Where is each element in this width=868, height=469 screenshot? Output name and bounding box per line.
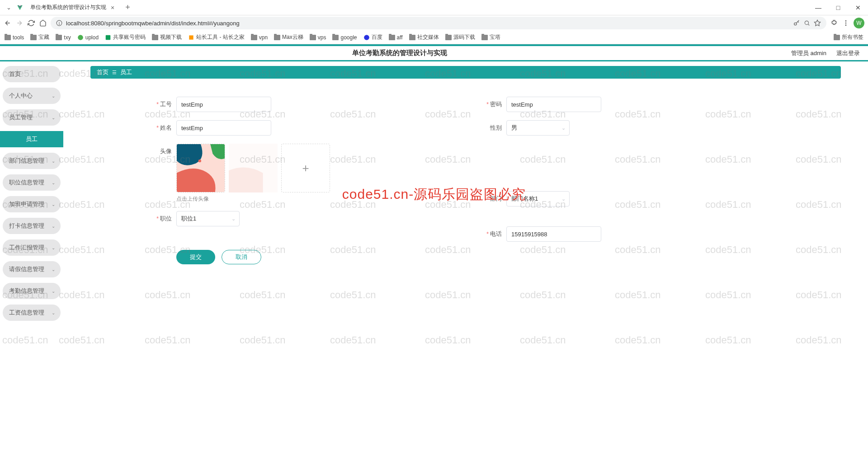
bookmark-item[interactable]: vps (310, 34, 326, 41)
bookmark-item[interactable]: 站长工具 - 站长之家 (188, 33, 245, 41)
avatar-ghost (229, 144, 278, 192)
bookmark-item[interactable]: vpn (251, 34, 268, 41)
reload-icon[interactable] (27, 19, 35, 27)
password-key-icon[interactable] (793, 19, 800, 27)
avatar-tip: 点击上传头像 (176, 195, 330, 203)
bookmark-item[interactable]: uplod (77, 34, 99, 41)
sidebar-item-home[interactable]: 首页 (3, 66, 61, 82)
profile-avatar[interactable]: W (854, 18, 864, 28)
plus-icon: + (302, 161, 309, 175)
home-icon[interactable] (39, 19, 47, 27)
bookmarks-bar: tools 宝藏 txy uplod 共享账号密码 视频下载 站长工具 - 站长… (0, 31, 868, 44)
sidebar-item-workreport[interactable]: 工作汇报管理⌄ (3, 239, 61, 256)
folder-icon (152, 35, 158, 40)
bookmark-item[interactable]: 视频下载 (152, 33, 182, 41)
extensions-icon[interactable] (830, 19, 838, 27)
avatar-thumbnail[interactable] (176, 144, 225, 192)
label-mima: *密码 (466, 97, 506, 108)
uplod-icon (77, 34, 84, 41)
sidebar-item-salary[interactable]: 工资信息管理⌄ (3, 305, 61, 321)
bookmark-star-icon[interactable] (814, 19, 821, 27)
bookmark-item[interactable]: Max云梯 (274, 33, 303, 41)
svg-rect-10 (189, 35, 193, 39)
folder-icon (30, 35, 37, 40)
logout-link[interactable]: 退出登录 (836, 49, 860, 57)
folder-icon (56, 35, 62, 40)
sidebar-item-personal[interactable]: 个人中心⌄ (3, 88, 61, 104)
bookmark-item[interactable]: 源码下载 (445, 33, 475, 41)
submit-button[interactable]: 提交 (176, 250, 215, 264)
input-xingming[interactable] (176, 120, 271, 136)
admin-label[interactable]: 管理员 admin (791, 49, 826, 57)
sidebar-item-dept[interactable]: 部门信息管理⌄ (3, 153, 61, 169)
input-mima[interactable] (506, 97, 601, 112)
label-zhiwei: *职位 (136, 211, 176, 223)
baidu-icon (363, 34, 370, 41)
all-bookmarks[interactable]: 所有书签 (834, 33, 863, 41)
bookmark-item[interactable]: 百度 (363, 33, 382, 41)
new-tab-button[interactable]: + (123, 3, 133, 12)
label-touxiang: 头像 (136, 144, 176, 155)
folder-icon (251, 35, 257, 40)
cancel-button[interactable]: 取消 (222, 250, 261, 264)
chevron-down-icon: ⌄ (561, 125, 566, 131)
address-bar: localhost:8080/springbootmqwbe/admin/dis… (0, 15, 868, 31)
back-icon[interactable] (4, 19, 12, 27)
bookmark-item[interactable]: google (332, 34, 357, 41)
svg-point-5 (845, 20, 847, 22)
chevron-down-icon: ⌄ (52, 180, 55, 185)
menu-icon[interactable] (842, 19, 850, 27)
employee-form: *工号 *密码 *姓名 性别 男⌄ (90, 79, 841, 273)
sidebar-item-position[interactable]: 职位信息管理⌄ (3, 174, 61, 191)
select-xingbie[interactable]: 男⌄ (506, 120, 570, 136)
folder-icon (310, 35, 316, 40)
close-window-icon[interactable]: ✕ (848, 0, 868, 15)
page-title: 单位考勤系统的管理设计与实现 (8, 49, 791, 57)
chevron-down-icon: ⌄ (52, 115, 55, 120)
breadcrumb: 首页 ☰ 员工 (90, 66, 841, 79)
folder-icon (409, 35, 415, 40)
bookmark-item[interactable]: 宝塔 (481, 33, 500, 41)
input-dianhua[interactable] (506, 226, 601, 242)
avatar-upload-button[interactable]: + (281, 144, 330, 192)
label-dianhua: *电话 (466, 226, 506, 238)
sidebar-item-attendance[interactable]: 考勤信息管理⌄ (3, 283, 61, 299)
bookmark-item[interactable]: 共享账号密码 (105, 33, 146, 41)
sidebar-item-leave[interactable]: 请假信息管理⌄ (3, 261, 61, 277)
browser-tab[interactable]: 单位考勤系统的管理设计与实现 × (26, 1, 119, 14)
sidebar-item-employee[interactable]: 员工 (0, 131, 63, 147)
tab-dropdown-icon[interactable]: ⌄ (4, 4, 14, 11)
zoom-search-icon[interactable] (804, 20, 810, 26)
svg-point-7 (845, 24, 847, 26)
svg-rect-9 (106, 35, 111, 40)
bookmark-item[interactable]: 宝藏 (30, 33, 49, 41)
sidebar-item-employee-mgmt[interactable]: 员工管理⌄ (3, 109, 61, 126)
bookmark-item[interactable]: txy (56, 34, 71, 41)
folder-icon (5, 35, 11, 40)
url-input[interactable]: localhost:8080/springbootmqwbe/admin/dis… (51, 17, 826, 29)
tab-close-icon[interactable]: × (111, 4, 114, 11)
folder-icon (481, 35, 488, 40)
maximize-icon[interactable]: □ (828, 0, 848, 15)
bookmark-item[interactable]: tools (5, 34, 24, 41)
bookmark-item[interactable]: 社交媒体 (409, 33, 439, 41)
chevron-down-icon: ⌄ (52, 245, 55, 250)
bookmark-item[interactable]: aff (389, 34, 403, 41)
sidebar: 首页 个人中心⌄ 员工管理⌄ 员工 部门信息管理⌄ 职位信息管理⌄ 加班申请管理… (0, 61, 63, 468)
svg-point-8 (78, 35, 83, 40)
forward-icon[interactable] (15, 19, 24, 27)
svg-point-3 (794, 23, 797, 25)
select-zhiwei[interactable]: 职位1⌄ (176, 211, 240, 226)
site-info-icon[interactable] (56, 20, 62, 26)
breadcrumb-home[interactable]: 首页 (97, 68, 108, 76)
select-bumen[interactable]: 部门名称1⌄ (506, 191, 570, 206)
chevron-down-icon: ⌄ (52, 289, 55, 294)
chevron-down-icon: ⌄ (52, 159, 55, 164)
label-xingming: *姓名 (136, 120, 176, 132)
sidebar-item-overtime[interactable]: 加班申请管理⌄ (3, 196, 61, 212)
minimize-icon[interactable]: — (808, 0, 828, 15)
chevron-down-icon: ⌄ (52, 224, 55, 229)
sidebar-item-checkin[interactable]: 打卡信息管理⌄ (3, 218, 61, 234)
sheet-icon (105, 34, 111, 41)
input-gonghao[interactable] (176, 97, 271, 112)
